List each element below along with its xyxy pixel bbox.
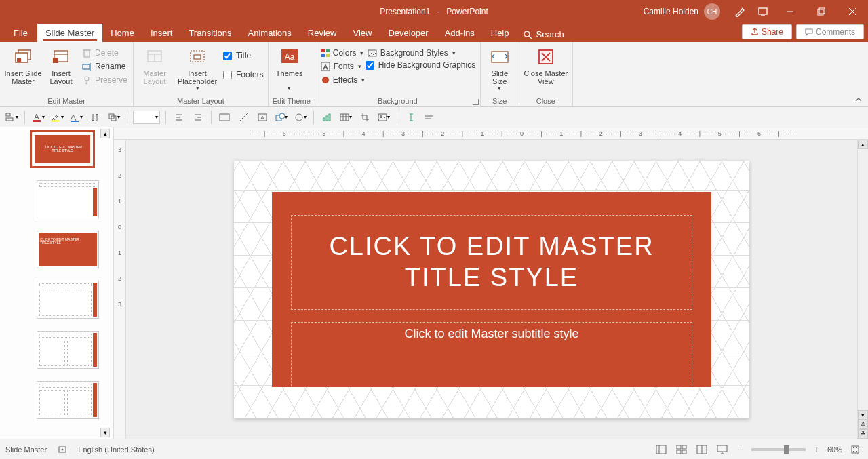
insert-layout-button[interactable]: Insert Layout xyxy=(45,43,77,85)
title-checkbox[interactable]: Title xyxy=(223,50,264,61)
oval-button[interactable]: ▾ xyxy=(293,110,308,125)
close-master-view-button[interactable]: Close Master View xyxy=(524,43,568,85)
align-right-button[interactable] xyxy=(191,110,205,125)
tab-slide-master[interactable]: Slide Master xyxy=(37,24,102,42)
search-icon xyxy=(523,30,532,39)
rectangle-shape-button[interactable] xyxy=(217,110,232,125)
effects-button[interactable]: Effects▾ xyxy=(319,73,363,87)
crop-button[interactable] xyxy=(357,110,372,125)
thumbnail-layout-3[interactable] xyxy=(37,281,99,319)
thumbnail-layout-2[interactable]: CLICK TO EDIT MASTERTITLE STYLE xyxy=(37,231,99,268)
slideshow-button[interactable] xyxy=(715,443,730,456)
title-placeholder[interactable]: Click to edit Master title style xyxy=(291,215,692,310)
svg-rect-76 xyxy=(677,450,681,454)
svg-point-57 xyxy=(279,113,285,119)
svg-text:A: A xyxy=(260,115,264,121)
layers-button[interactable]: ▾ xyxy=(106,110,121,125)
comments-button[interactable]: Comments xyxy=(796,24,864,39)
reading-view-button[interactable] xyxy=(694,443,709,456)
fit-to-window-button[interactable] xyxy=(848,443,863,456)
rename-button[interactable]: Rename xyxy=(80,60,129,73)
highlight-button[interactable]: ▾ xyxy=(50,110,64,125)
tab-file[interactable]: File xyxy=(4,24,37,42)
font-size-field[interactable]: ▾ xyxy=(133,111,160,124)
slide-viewport[interactable]: Click to edit Master title style Click t… xyxy=(126,140,857,439)
align-left-button[interactable] xyxy=(172,110,186,125)
display-options-icon[interactable] xyxy=(751,0,774,23)
shapes-button[interactable]: ▾ xyxy=(274,110,289,125)
user-name[interactable]: Camille Holden xyxy=(644,7,698,16)
symbol-button[interactable] xyxy=(403,110,418,125)
sorter-view-button[interactable] xyxy=(674,443,689,456)
svg-rect-59 xyxy=(323,118,325,121)
preserve-button: Preserve xyxy=(80,73,129,87)
share-icon xyxy=(751,28,759,36)
subtitle-placeholder[interactable]: Click to edit Master subtitle style xyxy=(291,322,692,390)
hide-background-checkbox[interactable]: Hide Background Graphics xyxy=(366,60,476,71)
thumbnail-layout-5[interactable] xyxy=(37,381,99,419)
textbox-button[interactable]: A xyxy=(255,110,270,125)
window-title: Presentation1 - PowerPoint xyxy=(380,7,488,16)
more-button[interactable] xyxy=(422,110,437,125)
tab-review[interactable]: Review xyxy=(300,24,345,42)
scroll-up-icon[interactable]: ▴ xyxy=(858,140,868,149)
slide-size-button[interactable]: Slide Size▾ xyxy=(485,43,515,92)
thumbnail-layout-1[interactable] xyxy=(37,180,99,218)
insert-placeholder-button[interactable]: Insert Placeholder▾ xyxy=(174,43,220,92)
slide[interactable]: Click to edit Master title style Click t… xyxy=(234,161,749,418)
normal-view-button[interactable] xyxy=(654,443,669,456)
tab-view[interactable]: View xyxy=(344,24,380,42)
maximize-button[interactable] xyxy=(806,0,837,23)
svg-rect-61 xyxy=(329,114,330,121)
thumbnail-layout-4[interactable] xyxy=(37,331,99,369)
scroll-down-button[interactable]: ▾ xyxy=(100,428,110,437)
line-shape-button[interactable] xyxy=(236,110,251,125)
fonts-button[interactable]: AFonts▾ xyxy=(319,60,363,73)
tab-help[interactable]: Help xyxy=(483,24,517,42)
picture-button[interactable]: ▾ xyxy=(376,110,391,125)
tab-home[interactable]: Home xyxy=(102,24,142,42)
zoom-level[interactable]: 60% xyxy=(827,445,842,454)
next-slide-icon[interactable]: ≚ xyxy=(858,429,868,439)
tab-developer[interactable]: Developer xyxy=(380,24,436,42)
table-button[interactable]: ▾ xyxy=(338,110,353,125)
tab-insert[interactable]: Insert xyxy=(142,24,181,42)
zoom-in-button[interactable]: + xyxy=(811,444,822,455)
collapse-ribbon-button[interactable] xyxy=(854,96,863,104)
svg-rect-77 xyxy=(682,450,686,454)
footers-checkbox[interactable]: Footers xyxy=(223,69,264,80)
status-mode[interactable]: Slide Master xyxy=(5,445,47,454)
svg-text:A: A xyxy=(323,64,328,71)
themes-button[interactable]: Aa Themes▾ xyxy=(273,43,307,92)
align-objects-button[interactable]: ▾ xyxy=(4,110,19,125)
tab-animations[interactable]: Animations xyxy=(240,24,300,42)
zoom-slider-thumb[interactable] xyxy=(784,445,789,454)
chart-button[interactable] xyxy=(319,110,334,125)
tab-transitions[interactable]: Transitions xyxy=(180,24,239,42)
sort-button[interactable] xyxy=(87,110,102,125)
search-placeholder: Search xyxy=(536,29,564,39)
font-color-button[interactable]: A▾ xyxy=(31,110,45,125)
scroll-up-button[interactable]: ▴ xyxy=(100,129,110,138)
tab-addins[interactable]: Add-ins xyxy=(437,24,483,42)
minimize-button[interactable] xyxy=(774,0,806,23)
background-styles-button[interactable]: Background Styles▾ xyxy=(366,46,476,60)
svg-point-71 xyxy=(62,449,63,450)
zoom-out-button[interactable]: − xyxy=(735,444,746,455)
scroll-down-icon[interactable]: ▾ xyxy=(858,410,868,420)
colors-button[interactable]: Colors▾ xyxy=(319,46,363,60)
zoom-slider[interactable] xyxy=(751,448,806,451)
vertical-scrollbar[interactable]: ▴ ▾ ≙ ≚ xyxy=(857,140,868,439)
user-avatar[interactable]: CH xyxy=(704,3,720,20)
status-language[interactable]: English (United States) xyxy=(78,445,155,454)
tell-me-search[interactable]: Search xyxy=(517,26,570,42)
close-button[interactable] xyxy=(837,0,868,23)
underline-color-button[interactable]: ▾ xyxy=(68,110,83,125)
draw-toggle-icon[interactable] xyxy=(728,0,751,23)
insert-slide-master-button[interactable]: Insert Slide Master xyxy=(4,43,42,85)
share-button[interactable]: Share xyxy=(742,24,792,39)
prev-slide-icon[interactable]: ≙ xyxy=(858,420,868,429)
accessibility-icon[interactable] xyxy=(58,445,67,454)
svg-rect-16 xyxy=(83,64,90,69)
thumbnail-master[interactable]: CLICK TO EDIT MASTER TITLE STYLE xyxy=(30,130,95,168)
